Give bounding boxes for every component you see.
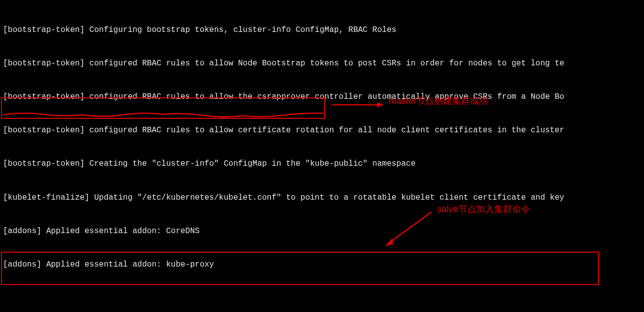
terminal-line: [bootstrap-token] Configuring bootstrap …: [3, 24, 564, 35]
terminal-line: [kubelet-finalize] Updating "/etc/kubern…: [3, 192, 564, 203]
terminal-line: [addons] Applied essential addon: kube-p…: [3, 259, 564, 270]
terminal-line: [bootstrap-token] configured RBAC rules …: [3, 125, 564, 136]
annotation-slave-join: salve节点加入集群命令: [437, 203, 530, 216]
terminal-line: [addons] Applied essential addon: CoreDN…: [3, 226, 564, 237]
terminal-line: [bootstrap-token] Creating the "cluster-…: [3, 158, 564, 169]
annotation-master-success: master节点创建集群成功: [389, 95, 488, 107]
terminal-output[interactable]: [bootstrap-token] Configuring bootstrap …: [0, 0, 567, 312]
terminal-line: [bootstrap-token] configured RBAC rules …: [3, 58, 564, 69]
